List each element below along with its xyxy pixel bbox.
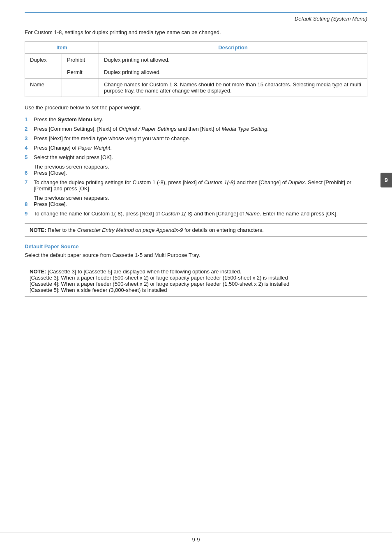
step-number: 5: [25, 154, 34, 160]
note2-line: [Cassette 3] to [Cassette 5] are display…: [48, 268, 241, 275]
step-number: 2: [25, 126, 34, 132]
step-sub-text: The previous screen reappears.: [34, 164, 367, 170]
list-item: 1Press the System Menu key.: [25, 116, 367, 123]
step-text: Select the weight and press [OK].: [34, 154, 367, 160]
step-number: 4: [25, 145, 34, 151]
table-cell-desc: Duplex printing allowed.: [99, 66, 367, 79]
table-cell-item1: [25, 66, 62, 79]
note2-line: [Cassette 4]: When a paper feeder (500-s…: [30, 281, 289, 287]
note-box-1: NOTE: Refer to the Character Entry Metho…: [25, 223, 367, 237]
note2-line: [Cassette 3]: When a paper feeder (500-s…: [30, 275, 288, 281]
section-heading: Default Paper Source: [25, 243, 367, 250]
step-text: Press [Close].: [34, 201, 367, 207]
footer: 9-9: [0, 532, 392, 543]
list-item: 8Press [Close].: [25, 201, 367, 207]
step-number: 3: [25, 135, 34, 141]
table-row: PermitDuplex printing allowed.: [25, 66, 367, 79]
table-cell-desc: Change names for Custom 1-8. Names shoul…: [99, 79, 367, 97]
step-text: To change the duplex printing settings f…: [34, 179, 367, 192]
step-text: Press [Close].: [34, 170, 367, 176]
list-item: 9To change the name for Custom 1(-8), pr…: [25, 210, 367, 217]
note2-line: [Cassette 5]: When a side feeder (3,000-…: [30, 287, 167, 293]
table-cell-item2: [62, 79, 99, 97]
table-cell-item2: Permit: [62, 66, 99, 79]
table-row: DuplexProhibitDuplex printing not allowe…: [25, 54, 367, 66]
list-item: 3Press [Next] for the media type whose w…: [25, 135, 367, 141]
procedure-intro: Use the procedure below to set the paper…: [25, 104, 367, 111]
step-text: Press the System Menu key.: [34, 116, 367, 123]
step-number: 8: [25, 201, 34, 207]
table-cell-item2: Prohibit: [62, 54, 99, 66]
page: Default Setting (System Menu) For Custom…: [0, 0, 392, 555]
steps-list: 1Press the System Menu key.2Press [Commo…: [25, 116, 367, 217]
step-text: To change the name for Custom 1(-8), pre…: [34, 210, 367, 217]
section-desc: Select the default paper source from Cas…: [25, 252, 367, 258]
note1-label: NOTE:: [30, 227, 46, 233]
page-tab: 9: [380, 173, 392, 187]
note2-label: NOTE:: [30, 268, 48, 275]
table-cell-desc: Duplex printing not allowed.: [99, 54, 367, 66]
intro-text: For Custom 1-8, settings for duplex prin…: [25, 29, 367, 35]
table-header-item: Item: [25, 42, 99, 54]
step-sub-text: The previous screen reappears.: [34, 195, 367, 201]
step-number: 6: [25, 170, 34, 176]
step-text: Press [Common Settings], [Next] of Origi…: [34, 126, 367, 132]
list-item: 2Press [Common Settings], [Next] of Orig…: [25, 126, 367, 132]
step-number: 1: [25, 116, 34, 123]
table-header-desc: Description: [99, 42, 367, 54]
step-number: 7: [25, 179, 34, 185]
list-item: 4Press [Change] of Paper Weight.: [25, 145, 367, 151]
step-text: Press [Next] for the media type whose we…: [34, 135, 367, 141]
table-cell-item1: Duplex: [25, 54, 62, 66]
settings-table: Item Description DuplexProhibitDuplex pr…: [25, 41, 367, 97]
note1-text: Refer to the Character Entry Method on p…: [48, 227, 264, 233]
header-divider: [25, 12, 367, 13]
list-item: 5Select the weight and press [OK].: [25, 154, 367, 160]
table-row: NameChange names for Custom 1-8. Names s…: [25, 79, 367, 97]
table-cell-item1: Name: [25, 79, 62, 97]
header-title: Default Setting (System Menu): [25, 16, 367, 22]
list-item: 6Press [Close].: [25, 170, 367, 176]
step-text: Press [Change] of Paper Weight.: [34, 145, 367, 151]
list-item: 7To change the duplex printing settings …: [25, 179, 367, 192]
note-box-2: NOTE: [Cassette 3] to [Cassette 5] are d…: [25, 265, 367, 297]
step-number: 9: [25, 210, 34, 217]
